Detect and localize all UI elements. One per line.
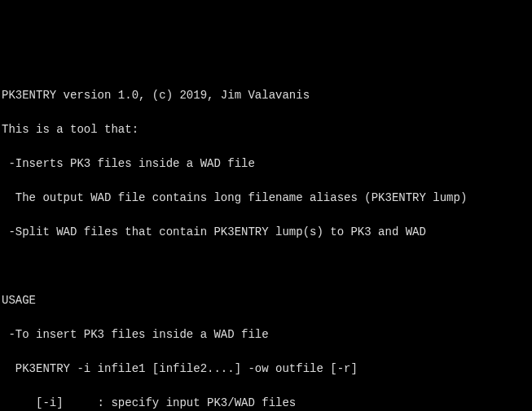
- usage-insert-title: -To insert PK3 files inside a WAD file: [2, 326, 530, 343]
- desc-output: The output WAD file contains long filena…: [2, 190, 530, 207]
- version-line: PK3ENTRY version 1.0, (c) 2019, Jim Vala…: [2, 87, 530, 104]
- blank-line: [2, 258, 530, 275]
- terminal-output: PK3ENTRY version 1.0, (c) 2019, Jim Vala…: [2, 70, 530, 411]
- flag-i: [-i] : specify input PK3/WAD files: [2, 395, 530, 411]
- usage-title: USAGE: [2, 292, 530, 309]
- intro-line: This is a tool that:: [2, 121, 530, 138]
- usage-insert-cmd: PK3ENTRY -i infile1 [infile2....] -ow ou…: [2, 361, 530, 378]
- desc-split: -Split WAD files that contain PK3ENTRY l…: [2, 224, 530, 241]
- desc-insert: -Inserts PK3 files inside a WAD file: [2, 155, 530, 173]
